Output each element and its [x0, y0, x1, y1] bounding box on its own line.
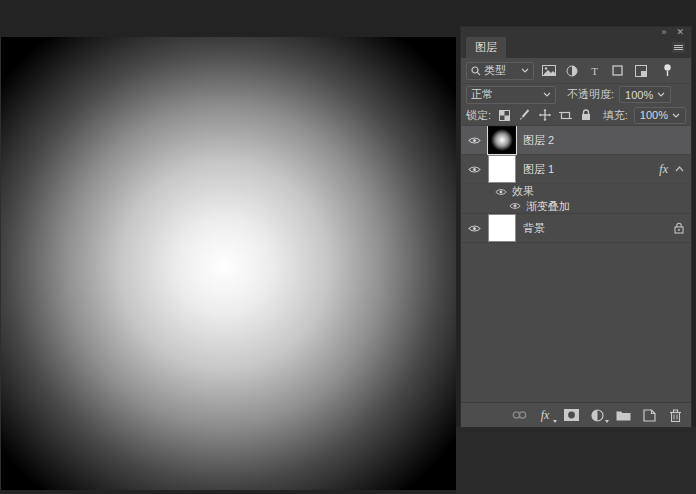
visibility-eye-icon[interactable] [468, 224, 481, 233]
chevron-down-icon [672, 113, 680, 118]
layers-list: 图层 2 图层 1 fx 效果 渐变叠加 [461, 126, 691, 402]
layer-fx-badge[interactable]: fx [659, 162, 668, 177]
chevron-down-icon [657, 92, 665, 97]
panel-titlebar: » ✕ [461, 27, 691, 37]
visibility-eye-icon[interactable] [468, 136, 481, 145]
collapse-panel-icon[interactable]: » [661, 28, 666, 37]
lock-label: 锁定: [466, 108, 491, 123]
lock-fill-row: 锁定: 填充: 100% [461, 105, 691, 126]
add-layer-style-fx-button[interactable]: fx [537, 407, 553, 423]
layer-filter-row: 类型 T [461, 58, 691, 84]
document-canvas[interactable] [0, 37, 456, 490]
layer-name[interactable]: 图层 2 [523, 133, 554, 148]
tab-layers[interactable]: 图层 [466, 37, 506, 58]
lock-position-move-icon[interactable] [538, 107, 552, 123]
opacity-label: 不透明度: [567, 87, 614, 102]
fx-label: fx [541, 408, 550, 423]
blend-mode-dropdown[interactable]: 正常 [466, 86, 556, 104]
filter-adjustment-layers-icon[interactable] [563, 62, 580, 79]
panel-menu-icon[interactable] [672, 42, 685, 53]
visibility-eye-icon[interactable] [509, 202, 521, 210]
layer-thumbnail-white[interactable] [489, 215, 515, 241]
delete-layer-trash-button[interactable] [667, 407, 683, 423]
lock-artboard-icon[interactable] [558, 107, 572, 123]
panel-tabbar: 图层 [461, 37, 691, 58]
lock-pixels-brush-icon[interactable] [517, 107, 531, 123]
chevron-down-icon [543, 92, 551, 97]
blend-opacity-row: 正常 不透明度: 100% [461, 84, 691, 105]
fill-value: 100% [640, 109, 668, 121]
visibility-eye-icon[interactable] [495, 188, 507, 196]
opacity-field[interactable]: 100% [619, 86, 671, 103]
effects-group-label: 效果 [512, 184, 534, 199]
effect-item-row-gradient-overlay[interactable]: 渐变叠加 [461, 199, 691, 214]
effects-group-row[interactable]: 效果 [461, 184, 691, 199]
lock-transparency-icon[interactable] [497, 107, 511, 123]
workspace-background [456, 427, 696, 494]
filter-type-label: 类型 [484, 63, 506, 78]
opacity-value: 100% [625, 89, 653, 101]
close-panel-icon[interactable]: ✕ [676, 28, 684, 37]
panel-bottom-toolbar: fx [461, 402, 691, 427]
blend-mode-value: 正常 [471, 87, 493, 102]
photoshop-workspace: { "window": { "collapse_glyph": "»", "cl… [0, 0, 696, 494]
filter-toggle-pin-icon[interactable] [659, 62, 676, 79]
filter-type-layers-icon[interactable]: T [586, 62, 603, 79]
effect-item-label: 渐变叠加 [526, 199, 570, 214]
search-icon [471, 66, 481, 76]
layer-row-background[interactable]: 背景 [461, 214, 691, 243]
mini-arrow-icon [553, 420, 557, 423]
visibility-eye-icon[interactable] [468, 165, 481, 174]
add-layer-mask-button[interactable] [563, 407, 579, 423]
new-group-folder-button[interactable] [615, 407, 631, 423]
chevron-down-icon [521, 68, 529, 73]
fill-label: 填充: [603, 108, 628, 123]
layer-name[interactable]: 背景 [523, 221, 545, 236]
layer-row-layer1[interactable]: 图层 1 fx [461, 155, 691, 184]
tab-layers-label: 图层 [475, 40, 497, 55]
lock-all-icon[interactable] [578, 107, 592, 123]
filter-type-dropdown[interactable]: 类型 [466, 62, 534, 80]
layer-thumbnail-gradient[interactable] [489, 127, 515, 153]
filter-shape-layers-icon[interactable] [609, 62, 626, 79]
layer-name[interactable]: 图层 1 [523, 162, 554, 177]
layer-thumbnail-white[interactable] [489, 156, 515, 182]
collapse-effects-chevron-icon[interactable] [675, 166, 684, 172]
new-layer-button[interactable] [641, 407, 657, 423]
svg-text:T: T [591, 65, 598, 76]
fill-field[interactable]: 100% [634, 107, 686, 124]
link-layers-icon[interactable] [511, 407, 527, 423]
layers-panel: » ✕ 图层 类型 T [461, 27, 691, 427]
filter-smart-objects-icon[interactable] [632, 62, 649, 79]
background-lock-icon [674, 222, 684, 234]
layer-row-layer2[interactable]: 图层 2 [461, 126, 691, 155]
mini-arrow-icon [605, 420, 609, 423]
filter-pixel-layers-icon[interactable] [540, 62, 557, 79]
new-adjustment-layer-button[interactable] [589, 407, 605, 423]
